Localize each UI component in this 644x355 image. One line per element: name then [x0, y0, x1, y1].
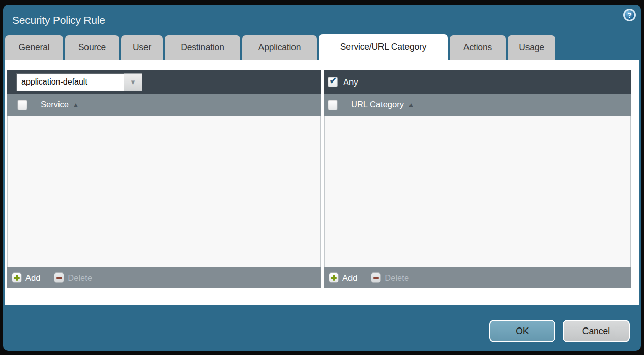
url-category-panel: ✔ Any ✔ URL Category ▲ Add — [324, 70, 631, 288]
service-type-dropdown-value: application-default — [16, 73, 124, 91]
tab-destination[interactable]: Destination — [165, 35, 240, 60]
url-category-add-button[interactable]: Add — [329, 272, 357, 283]
service-panel: application-default ▼ ✔ Service ▲ — [7, 70, 321, 288]
ok-button[interactable]: OK — [489, 320, 555, 342]
tab-general[interactable]: General — [5, 35, 63, 60]
url-category-delete-label: Delete — [385, 273, 409, 283]
add-plus-icon — [329, 272, 339, 283]
url-category-toolbar: Add Delete — [324, 267, 631, 288]
chevron-down-icon: ▼ — [130, 78, 136, 86]
tab-service-url-category[interactable]: Service/URL Category — [319, 34, 448, 60]
service-add-label: Add — [25, 273, 40, 283]
service-list-body[interactable] — [7, 116, 321, 267]
tab-bar: General Source User Destination Applicat… — [5, 35, 639, 60]
add-plus-icon — [12, 272, 22, 283]
checkmark-icon: ✔ — [329, 75, 337, 87]
sort-asc-icon[interactable]: ▲ — [408, 101, 414, 108]
url-category-select-all-cell: ✔ — [324, 94, 344, 116]
tab-usage[interactable]: Usage — [508, 35, 555, 60]
url-category-select-all-checkbox[interactable]: ✔ — [328, 100, 338, 110]
cancel-button[interactable]: Cancel — [563, 320, 630, 342]
security-policy-rule-dialog: Security Policy Rule ? General Source Us… — [3, 5, 641, 351]
url-category-list-body[interactable] — [324, 116, 631, 267]
url-category-column-header[interactable]: URL Category — [351, 100, 404, 110]
url-category-delete-button[interactable]: Delete — [371, 272, 409, 283]
service-delete-button[interactable]: Delete — [54, 272, 92, 283]
dialog-title: Security Policy Rule — [12, 14, 105, 26]
sort-asc-icon[interactable]: ▲ — [73, 101, 79, 108]
service-panel-header: application-default ▼ — [7, 70, 321, 94]
service-type-dropdown-button[interactable]: ▼ — [124, 73, 142, 91]
tab-source[interactable]: Source — [65, 35, 119, 60]
tab-actions[interactable]: Actions — [450, 35, 506, 60]
column-separator — [34, 94, 34, 116]
delete-minus-icon — [371, 272, 381, 283]
service-add-button[interactable]: Add — [12, 272, 40, 283]
tab-application[interactable]: Application — [242, 35, 317, 60]
service-select-all-cell: ✔ — [7, 94, 34, 116]
service-type-dropdown[interactable]: application-default ▼ — [16, 73, 142, 91]
tab-content-service-url-category: application-default ▼ ✔ Service ▲ — [5, 60, 639, 305]
help-icon-glyph: ? — [627, 11, 632, 19]
url-category-panel-header: ✔ Any — [324, 70, 631, 94]
url-category-any-row: ✔ Any — [328, 77, 358, 87]
delete-minus-icon — [54, 272, 64, 283]
service-select-all-checkbox[interactable]: ✔ — [17, 100, 27, 110]
service-column-header-row: ✔ Service ▲ — [7, 94, 321, 116]
service-delete-label: Delete — [68, 273, 92, 283]
service-toolbar: Add Delete — [7, 267, 321, 288]
url-category-column-header-row: ✔ URL Category ▲ — [324, 94, 631, 116]
url-category-any-label: Any — [343, 77, 358, 87]
help-icon[interactable]: ? — [623, 9, 636, 21]
column-separator — [344, 94, 344, 116]
service-column-header[interactable]: Service — [41, 100, 69, 110]
url-category-any-checkbox[interactable]: ✔ — [328, 77, 338, 87]
dialog-footer: OK Cancel — [489, 320, 630, 342]
url-category-add-label: Add — [342, 273, 357, 283]
tab-user[interactable]: User — [121, 35, 163, 60]
